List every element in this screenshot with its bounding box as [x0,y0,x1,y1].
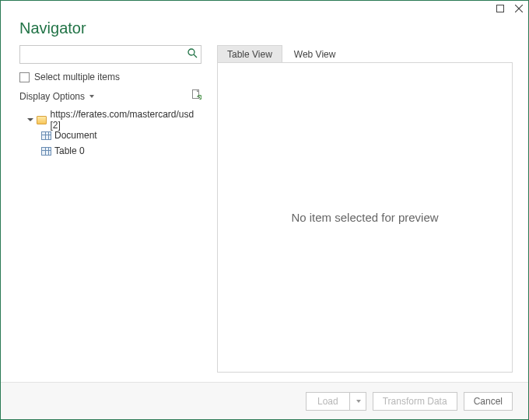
table-icon [41,147,51,156]
window-controls [494,2,525,15]
cancel-button-label: Cancel [474,396,503,407]
select-multiple-row[interactable]: Select multiple items [19,72,201,82]
display-options-dropdown[interactable]: Display Options [19,91,94,102]
source-tree: https://ferates.com/mastercard/usd [2] D… [19,112,201,159]
dialog-title: Navigator [19,19,513,37]
expand-collapse-icon[interactable] [27,118,33,121]
tree-root-node[interactable]: https://ferates.com/mastercard/usd [2] [19,112,201,128]
svg-point-3 [188,49,194,55]
transform-data-button[interactable]: Transform Data [373,392,457,411]
tree-item-label: Table 0 [54,145,85,156]
tree-item-label: Document [54,130,97,141]
load-split-button: Load [306,392,366,411]
maximize-button[interactable] [494,2,506,15]
chevron-down-icon [356,400,361,403]
load-button-label: Load [317,396,338,407]
folder-icon [37,116,47,124]
preview-pane: No item selected for preview [217,62,513,373]
tab-table-view[interactable]: Table View [217,45,282,62]
tab-web-view[interactable]: Web View [284,45,346,62]
search-input[interactable] [20,46,201,63]
preview-empty-message: No item selected for preview [291,211,438,224]
load-button[interactable]: Load [306,392,349,411]
options-row: Display Options [19,89,201,104]
load-dropdown-button[interactable] [349,392,366,411]
tree-item-table0[interactable]: Table 0 [19,143,201,159]
svg-line-4 [194,54,197,58]
dialog-footer: Load Transform Data Cancel [1,382,528,419]
cancel-button[interactable]: Cancel [464,392,513,411]
close-button[interactable] [513,2,525,15]
preview-tabs: Table View Web View [217,45,513,62]
select-multiple-checkbox[interactable] [19,72,30,82]
dialog-body: Select multiple items Display Options [1,45,528,382]
search-icon[interactable] [187,47,198,61]
dialog-header: Navigator [1,1,528,45]
svg-rect-0 [497,5,504,12]
table-icon [41,131,51,140]
chevron-down-icon [89,95,94,98]
transform-data-label: Transform Data [383,396,447,407]
search-field-wrap [19,45,201,64]
tab-label: Table View [227,49,272,60]
left-panel: Select multiple items Display Options [19,45,201,373]
right-panel: Table View Web View No item selected for… [217,45,513,373]
display-options-label: Display Options [19,91,85,102]
navigator-dialog: Navigator Select multiple items Display … [0,0,529,420]
select-multiple-label: Select multiple items [34,72,120,82]
refresh-icon[interactable] [191,89,201,104]
tree-root-label: https://ferates.com/mastercard/usd [2] [50,109,200,131]
tab-label: Web View [294,49,336,60]
